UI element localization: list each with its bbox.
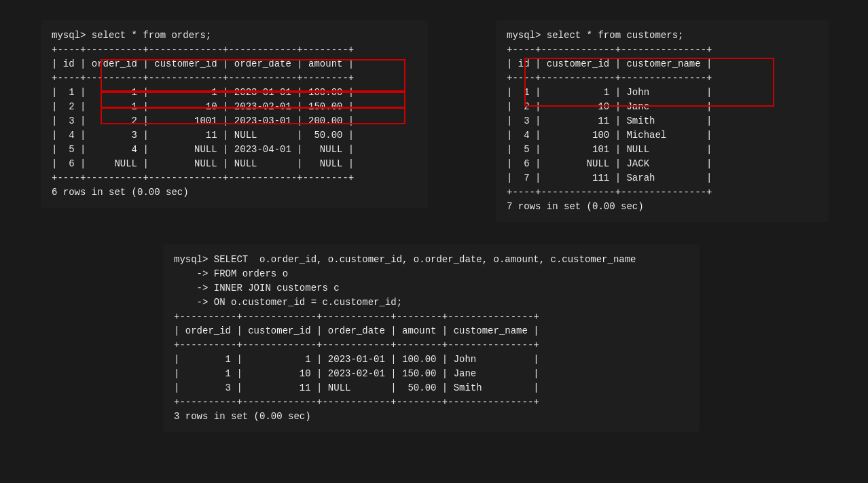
orders-content: mysql> select * from orders; +----+-----…	[52, 29, 417, 200]
result-panel: mysql> SELECT o.order_id, o.customer_id,…	[163, 245, 700, 432]
result-content: mysql> SELECT o.order_id, o.customer_id,…	[174, 253, 689, 424]
customers-panel: mysql> select * from customers; +----+--…	[496, 20, 829, 222]
orders-panel: mysql> select * from orders; +----+-----…	[41, 20, 428, 208]
customers-content: mysql> select * from customers; +----+--…	[507, 29, 818, 214]
